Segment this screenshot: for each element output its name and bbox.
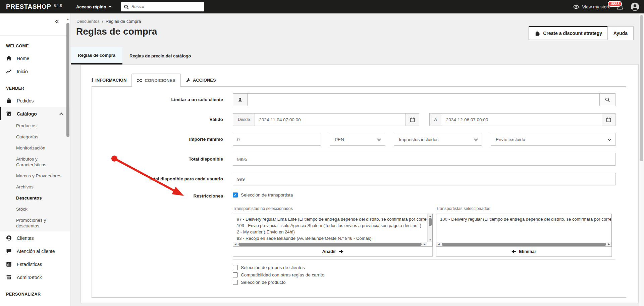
- view-my-store-label: View my store: [582, 4, 610, 9]
- sidebar-item-pedidos[interactable]: Pedidos: [0, 94, 70, 107]
- sidebar-item-adminstock[interactable]: AdminStock: [0, 271, 70, 284]
- sidebar-item-home[interactable]: Home: [0, 52, 70, 65]
- tab-reglas-de-compra[interactable]: Reglas de compra: [71, 47, 122, 64]
- formtab-informacion[interactable]: i INFORMACIÓN: [87, 74, 131, 87]
- customer-group-restriction-checkbox[interactable]: [233, 265, 238, 270]
- limit-customer-row: Limitar a un solo cliente: [92, 93, 615, 106]
- product-restriction-row: Selección de producto: [233, 280, 615, 285]
- total-available-input[interactable]: [233, 153, 615, 166]
- min-amount-input[interactable]: [233, 133, 321, 146]
- listbox-vertical-scrollbar[interactable]: ▲ ▼: [427, 214, 432, 242]
- cart-rule-compatibility-checkbox[interactable]: [233, 272, 238, 277]
- bar-chart-icon: [6, 261, 12, 267]
- carrier-option[interactable]: 97 - Delivery regular Lima Este (El tiem…: [233, 215, 427, 222]
- listbox-horizontal-scrollbar[interactable]: ◀▶: [436, 242, 611, 246]
- topbar-search[interactable]: [121, 2, 204, 11]
- breadcrumb-parent[interactable]: Descuentos: [76, 19, 100, 24]
- selected-carriers-listbox[interactable]: 100 - Delivery regular (El tiempo de ent…: [436, 214, 612, 247]
- customer-search-input[interactable]: [248, 94, 599, 106]
- main-content: Descuentos / Reglas de compra Reglas de …: [70, 13, 644, 306]
- sidebar-section-personalizar: PERSONALIZAR: [0, 284, 70, 300]
- carrier-option[interactable]: 2 - My carrier (¡Envio en 24h!): [233, 229, 427, 235]
- divider: [233, 259, 615, 260]
- basket-icon: [6, 98, 12, 103]
- shipping-select[interactable]: Envío excluido: [491, 133, 615, 146]
- customer-search-button[interactable]: [599, 94, 615, 106]
- calendar-icon: [410, 117, 415, 122]
- sidebar-subitem-productos[interactable]: Productos: [0, 120, 70, 131]
- currency-select[interactable]: PEN: [330, 133, 385, 146]
- eye-icon: [573, 4, 579, 9]
- sidebar-scroll-up-arrow[interactable]: ▲: [67, 18, 69, 20]
- chevron-down-icon: [109, 6, 111, 8]
- unselected-carriers-listbox[interactable]: 97 - Delivery regular Lima Este (El tiem…: [233, 214, 433, 247]
- sidebar-item-label: Home: [17, 56, 29, 61]
- total-per-user-input[interactable]: [233, 173, 615, 185]
- sidebar-item-estadisticas[interactable]: Estadísticas: [0, 258, 70, 271]
- collapse-sidebar-button[interactable]: «: [55, 17, 59, 24]
- page-title: Reglas de compra: [76, 26, 157, 37]
- valid-from-input[interactable]: [255, 114, 405, 126]
- help-button[interactable]: Ayuda: [607, 26, 634, 40]
- create-discount-strategy-button[interactable]: Create a discount strategy: [529, 26, 608, 40]
- sidebar-subitem-archivos[interactable]: Archivos: [0, 181, 70, 192]
- sidebar-item-label: Clientes: [17, 235, 34, 241]
- cart-rule-compatibility-row: Compatibilidad con otras reglas de carri…: [233, 272, 615, 277]
- tab-reglas-de-precio-del-catalogo[interactable]: Reglas de precio del catálogo: [122, 47, 198, 64]
- sidebar-subitem-marcas[interactable]: Marcas y Proveedores: [0, 170, 70, 181]
- quick-access-button[interactable]: Acceso rápido: [76, 4, 111, 9]
- quick-access-label: Acceso rápido: [76, 4, 106, 9]
- calendar-icon: [606, 117, 611, 122]
- page-scrollbar-thumb[interactable]: [640, 15, 643, 161]
- carrier-option[interactable]: 100 - Delivery regular (El tiempo de ent…: [436, 215, 611, 222]
- sidebar-item-atencion[interactable]: Atención al cliente: [0, 245, 70, 258]
- sidebar-subitem-monitorizacion[interactable]: Monitorización: [0, 142, 70, 154]
- page-tabs: Reglas de compra Reglas de precio del ca…: [71, 47, 198, 64]
- user-avatar-icon[interactable]: [631, 2, 639, 11]
- carrier-option[interactable]: 103 - Envio provincia - solo Agencia Sha…: [233, 222, 427, 229]
- sidebar-item-inicio[interactable]: Inicio: [0, 65, 70, 78]
- chevron-up-icon: [59, 113, 63, 116]
- carrier-restriction-checkbox[interactable]: ✓: [233, 192, 238, 198]
- valid-to-calendar-button[interactable]: [602, 114, 615, 126]
- valid-from-calendar-button[interactable]: [406, 114, 419, 126]
- search-icon: [124, 4, 129, 9]
- info-icon: i: [92, 77, 93, 83]
- notifications-button[interactable]: 15535: [616, 2, 625, 11]
- valid-to-input[interactable]: [442, 114, 602, 126]
- sidebar-item-label: Estadísticas: [17, 262, 42, 267]
- scrollbar-thumb[interactable]: [238, 243, 422, 246]
- notifications-badge: 15535: [608, 1, 622, 7]
- customer-group-restriction-row: Selección de grupos de clientes: [233, 265, 615, 270]
- shuffle-icon: [137, 78, 142, 83]
- content-card: i INFORMACIÓN CONDICIONES ACCIONES: [80, 64, 639, 303]
- scrollbar-thumb[interactable]: [442, 243, 606, 246]
- remove-carrier-button[interactable]: Eliminar: [436, 247, 612, 257]
- prestashop-logo: PRESTASHOP: [6, 3, 51, 10]
- sidebar-subitem-promociones[interactable]: Promociones y descuentos: [0, 215, 70, 231]
- sidebar-item-catalogo[interactable]: Catálogo: [0, 107, 70, 120]
- listbox-horizontal-scrollbar[interactable]: ◀▶: [233, 242, 427, 246]
- search-input[interactable]: [131, 4, 201, 9]
- sidebar-subitem-stock[interactable]: Stock: [0, 204, 70, 215]
- sidebar-scrollbar-thumb[interactable]: [66, 23, 69, 137]
- sidebar-item-label: AdminStock: [17, 275, 42, 280]
- tax-select[interactable]: Impuestos incluidos: [394, 133, 482, 146]
- formtab-condiciones[interactable]: CONDICIONES: [131, 74, 181, 87]
- page-scrollbar[interactable]: [639, 13, 644, 306]
- add-carrier-button[interactable]: Añadir: [233, 247, 433, 257]
- formtab-acciones[interactable]: ACCIONES: [181, 74, 221, 87]
- sidebar-subitem-categorias[interactable]: Categorías: [0, 131, 70, 142]
- sidebar-subitem-descuentos[interactable]: Descuentos: [0, 192, 70, 204]
- product-restriction-checkbox[interactable]: [233, 280, 238, 285]
- topbar: PRESTASHOP 8.1.5 Acceso rápido View my s…: [0, 0, 644, 13]
- unselected-carriers-label: Transportistas no seleccionados: [233, 206, 433, 211]
- valid-row: Válido Desde A: [92, 113, 615, 126]
- sidebar-item-clientes[interactable]: Clientes: [0, 231, 70, 245]
- view-my-store-link[interactable]: View my store: [573, 4, 610, 9]
- sidebar-subitem-atributos[interactable]: Atributos y Características: [0, 154, 70, 170]
- arrow-right-icon: [339, 250, 343, 254]
- valid-to-prefix: A: [430, 114, 442, 126]
- scrollbar-thumb[interactable]: [429, 218, 432, 226]
- carrier-option[interactable]: 83 - Recojo en sede Belaunde (Av. Belaun…: [233, 235, 427, 242]
